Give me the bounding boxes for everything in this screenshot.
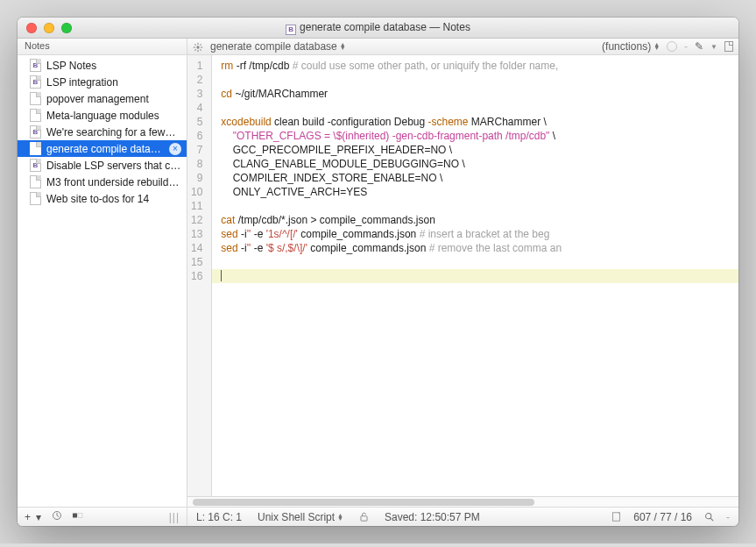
code-line[interactable]: "OTHER_CFLAGS = \$(inherited) -gen-cdb-f… (212, 129, 738, 143)
sidebar: Notes BLSP NotesBLSP integrationpopover … (18, 39, 187, 526)
add-note-button[interactable]: + (25, 511, 31, 523)
code-line[interactable] (212, 73, 738, 87)
modified-indicator-icon (667, 41, 677, 52)
gear-icon[interactable] (193, 40, 203, 53)
saved-status: Saved: 12:50:57 PM (385, 511, 480, 523)
svg-rect-13 (613, 512, 620, 520)
document-icon (30, 142, 41, 155)
editor[interactable]: 12345678910111213141516 rm -rf /tmp/cdb … (187, 55, 738, 496)
code-line[interactable] (212, 255, 738, 269)
editor-pane: generate compile database (functions) - … (187, 39, 738, 526)
search-placeholder[interactable]: - (726, 511, 730, 523)
split-dropdown[interactable]: ▼ (710, 43, 717, 51)
document-icon: B (30, 75, 41, 89)
sidebar-item-label: Meta-language modules (46, 110, 159, 122)
sidebar-item[interactable]: Web site to-dos for 14 (18, 190, 187, 207)
sidebar-header: Notes (18, 39, 187, 55)
document-proxy-icon[interactable]: B (286, 25, 296, 35)
horizontal-scrollbar[interactable] (187, 496, 738, 507)
document-stats: 607 / 77 / 16 (633, 511, 692, 523)
code-line[interactable]: rm -rf /tmp/cdb # could use some other p… (212, 59, 738, 73)
scrollbar-thumb[interactable] (193, 499, 534, 506)
code-line[interactable]: xcodebuild clean build -configuration De… (212, 115, 738, 129)
language-selector[interactable]: Unix Shell Script (258, 511, 343, 523)
sidebar-item-label: popover management (46, 93, 149, 105)
code-line[interactable] (212, 101, 738, 115)
code-line[interactable]: cat /tmp/cdb/*.json > compile_commands.j… (212, 213, 738, 227)
sidebar-item-label: LSP integration (46, 76, 118, 89)
sidebar-item[interactable]: Meta-language modules (18, 107, 187, 124)
sidebar-item[interactable]: BLSP Notes (18, 57, 187, 74)
cursor-position: L: 16 C: 1 (196, 511, 242, 523)
svg-point-3 (196, 46, 199, 48)
sidebar-drag-handle[interactable]: ||| (169, 511, 180, 523)
code-line[interactable]: COMPILER_INDEX_STORE_ENABLE=NO \ (212, 171, 738, 185)
remove-note-button[interactable]: ▾ (36, 511, 41, 523)
document-icon: B (30, 125, 41, 139)
line-number-gutter: 12345678910111213141516 (187, 55, 212, 496)
code-line[interactable] (212, 269, 738, 283)
svg-rect-2 (78, 514, 82, 518)
sidebar-item[interactable]: popover management (18, 90, 187, 107)
new-document-icon[interactable] (724, 41, 733, 52)
search-icon[interactable] (704, 511, 714, 523)
code-line[interactable]: GCC_PRECOMPILE_PREFIX_HEADER=NO \ (212, 143, 738, 157)
editor-toolbar: generate compile database (functions) - … (187, 39, 738, 55)
sidebar-item[interactable]: generate compile data…× (18, 140, 187, 157)
sidebar-item[interactable]: BDisable LSP servers that cr… (18, 157, 187, 174)
svg-point-14 (706, 513, 711, 518)
code-line[interactable]: CLANG_ENABLE_MODULE_DEBUGGING=NO \ (212, 157, 738, 171)
app-window: Bgenerate compile database — Notes Notes… (18, 18, 738, 526)
svg-rect-1 (73, 514, 77, 518)
sidebar-item-label: generate compile data… (46, 143, 161, 155)
sidebar-item[interactable]: M3 front underside rebuild… (18, 174, 187, 190)
document-icon (30, 92, 41, 105)
titlebar: Bgenerate compile database — Notes (18, 18, 738, 39)
sidebar-item-label: LSP Notes (46, 60, 96, 72)
svg-rect-12 (361, 515, 367, 521)
svg-line-9 (200, 49, 201, 51)
svg-line-15 (710, 518, 713, 521)
breadcrumb-dropdown[interactable]: generate compile database (210, 40, 346, 53)
close-icon[interactable]: × (169, 143, 181, 155)
code-line[interactable]: sed -i'' -e '$ s/,$/\]/' compile_command… (212, 241, 738, 255)
sidebar-tools: + ▾ ||| (18, 507, 187, 526)
sidebar-item-label: Disable LSP servers that cr… (46, 160, 181, 172)
code-line[interactable] (212, 199, 738, 213)
document-icon (30, 109, 41, 122)
sidebar-item-label: We're searching for a few… (46, 126, 175, 139)
sidebar-item-label: Web site to-dos for 14 (46, 193, 149, 205)
sidebar-item-label: M3 front underside rebuild… (46, 176, 179, 188)
window-title: Bgenerate compile database — Notes (18, 21, 738, 35)
text-cursor (221, 270, 222, 281)
document-icon: B (30, 159, 41, 172)
sidebar-item[interactable]: BWe're searching for a few… (18, 124, 187, 140)
svg-line-8 (194, 44, 196, 46)
document-stats-icon (611, 511, 621, 523)
note-list[interactable]: BLSP NotesBLSP integrationpopover manage… (18, 55, 187, 507)
status-bar: L: 16 C: 1 Unix Shell Script Saved: 12:5… (187, 507, 738, 526)
document-icon (30, 175, 41, 188)
svg-line-11 (194, 49, 196, 51)
code-area[interactable]: rm -rf /tmp/cdb # could use some other p… (212, 55, 738, 496)
code-line[interactable]: cd ~/git/MARChammer (212, 87, 738, 101)
recent-button[interactable] (52, 510, 62, 523)
document-icon: B (30, 59, 41, 72)
code-line[interactable]: ONLY_ACTIVE_ARCH=YES (212, 185, 738, 199)
sidebar-item[interactable]: BLSP integration (18, 74, 187, 90)
functions-dropdown[interactable]: (functions) (602, 40, 660, 53)
code-line[interactable]: sed -i'' -e '1s/^/[/' compile_commands.j… (212, 227, 738, 241)
divider: - (684, 40, 688, 53)
document-icon (30, 192, 41, 205)
view-mode-button[interactable] (73, 510, 83, 523)
lock-icon[interactable] (359, 511, 369, 523)
svg-line-10 (200, 44, 201, 46)
edit-icon[interactable]: ✎ (695, 40, 703, 53)
